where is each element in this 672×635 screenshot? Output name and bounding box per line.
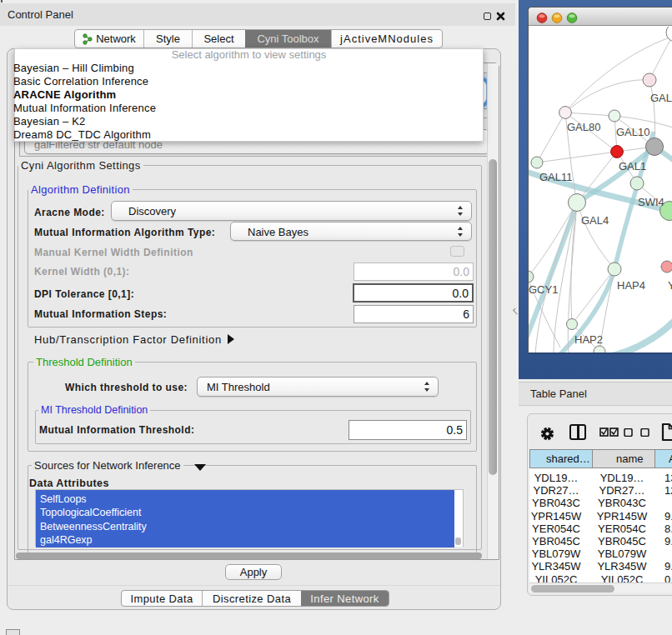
- svg-text:Y: Y: [668, 279, 672, 292]
- svg-text:HAP2: HAP2: [574, 333, 603, 346]
- svg-text:GAL11: GAL11: [539, 171, 573, 183]
- svg-text:GCY1: GCY1: [529, 283, 558, 296]
- svg-text:GAL10: GAL10: [616, 126, 649, 138]
- svg-text:HAP4: HAP4: [617, 279, 645, 292]
- svg-text:GAL4: GAL4: [581, 214, 609, 227]
- svg-text:GAL1: GAL1: [619, 160, 646, 172]
- svg-text:GAL80: GAL80: [567, 121, 600, 133]
- svg-text:SWI4: SWI4: [638, 196, 664, 208]
- svg-text:GAL7: GAL7: [650, 92, 672, 104]
